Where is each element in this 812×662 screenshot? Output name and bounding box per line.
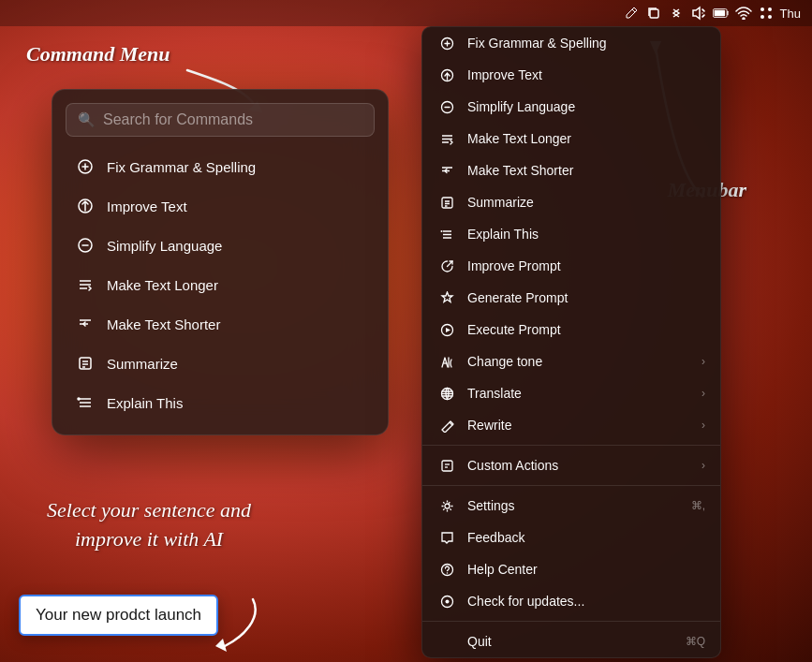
svg-marker-47 [446,328,450,332]
battery-icon [713,5,730,22]
dd-item-label: Improve Prompt [467,258,705,273]
separator [422,445,720,446]
submenu-arrow: › [701,459,705,472]
wifi-icon[interactable] [735,5,752,22]
submenu-arrow: › [701,355,705,368]
search-bar[interactable]: 🔍 [66,103,375,137]
summarize-icon [75,353,96,374]
command-menu-items: Fix Grammar & Spelling Improve Text Simp… [66,148,375,421]
svg-point-56 [446,572,448,574]
mute-icon[interactable] [690,5,707,22]
fix-grammar-icon [75,156,96,177]
dd-feedback-icon [437,528,456,547]
dd-item-label: Fix Grammar & Spelling [467,36,705,51]
cmd-item-label: Summarize [107,356,178,372]
keyboard-shortcut: ⌘Q [686,635,705,648]
dd-item-label: Translate [467,386,690,401]
svg-point-6 [760,7,764,11]
dd-longer[interactable]: Make Text Longer [422,123,720,154]
dd-custom-actions[interactable]: Custom Actions › [422,449,720,481]
dd-improve-text[interactable]: Improve Text [422,59,720,91]
svg-rect-0 [650,9,658,18]
pen-edit-icon[interactable] [623,5,640,22]
dd-quit[interactable]: Quit ⌘Q [422,625,720,657]
separator [422,485,720,486]
dropdown-menu: Fix Grammar & Spelling Improve Text Simp… [421,26,721,658]
dd-item-label: Summarize [467,195,705,210]
dd-item-label: Help Center [467,562,705,577]
dd-item-label: Execute Prompt [467,322,705,337]
svg-line-2 [702,15,704,17]
dd-item-label: Rewrite [467,418,690,433]
submenu-arrow: › [701,387,705,400]
dd-item-label: Make Text Longer [467,131,705,146]
annotation-line2: improve it with AI [47,525,251,554]
dd-simplify[interactable]: Simplify Language [422,91,720,123]
dd-item-label: Custom Actions [467,458,690,473]
copy-icon[interactable] [645,5,662,22]
svg-point-9 [768,15,772,19]
dd-help[interactable]: Help Center [422,553,720,585]
dd-generate-prompt[interactable]: Generate Prompt [422,282,720,314]
svg-point-58 [445,599,449,603]
dd-change-tone[interactable]: Change tone › [422,346,720,377]
cmd-item-label: Make Text Shorter [107,316,220,332]
submenu-arrow: › [701,419,705,432]
dd-translate-icon [437,384,456,403]
bottom-annotation: Select your sentence and improve it with… [47,496,251,554]
svg-point-8 [760,15,764,19]
make-shorter-icon [75,314,96,334]
menubar-time: Thu [780,7,801,21]
cmd-item-explain[interactable]: Explain This [66,384,375,421]
dd-simplify-icon [437,97,456,116]
cmd-item-shorter[interactable]: Make Text Shorter [66,305,375,343]
dd-execute-prompt[interactable]: Execute Prompt [422,314,720,346]
dd-item-label: Change tone [467,354,690,369]
cmd-item-summarize[interactable]: Summarize [66,345,375,382]
cmd-item-label: Fix Grammar & Spelling [107,159,256,175]
dd-item-label: Make Text Shorter [467,163,705,178]
dd-explain-icon [437,225,456,243]
keyboard-shortcut: ⌘, [691,499,705,512]
cmd-item-improve-text[interactable]: Improve Text [66,187,375,225]
dd-translate[interactable]: Translate › [422,377,720,409]
selected-text-box: Your new prodct launch [19,595,218,636]
cmd-item-fix-grammar[interactable]: Fix Grammar & Spelling [66,148,375,185]
dd-quit-icon [437,632,456,651]
control-center-icon[interactable] [758,5,775,22]
dd-shorter[interactable]: Make Text Shorter [422,154,720,186]
cmd-item-simplify[interactable]: Simplify Language [66,227,375,264]
dd-item-label: Improve Text [467,67,705,82]
dd-item-label: Explain This [467,227,705,242]
dd-item-label: Settings [467,498,680,513]
dd-improve-prompt[interactable]: Improve Prompt [422,250,720,282]
improve-text-icon [75,196,96,216]
search-icon: 🔍 [78,111,96,128]
dd-help-icon [437,560,456,579]
dd-item-label: Quit [467,634,674,649]
cmd-item-longer[interactable]: Make Text Longer [66,266,375,303]
dd-tone-icon [437,352,456,371]
dd-rewrite[interactable]: Rewrite › [422,409,720,441]
command-menu-annotation: Command Menu [26,42,170,66]
dd-summarize[interactable]: Summarize [422,186,720,218]
svg-point-54 [445,504,450,508]
dd-generate-icon [437,288,456,307]
dd-custom-icon [437,456,456,475]
dd-feedback[interactable]: Feedback [422,522,720,553]
dd-item-label: Generate Prompt [467,290,705,305]
svg-point-5 [743,18,745,20]
dd-settings[interactable]: Settings ⌘, [422,490,720,522]
dd-update-icon [437,592,456,611]
dd-fix-grammar[interactable]: Fix Grammar & Spelling [422,27,720,59]
dd-shorter-icon [437,161,456,180]
separator [422,621,720,622]
dd-explain[interactable]: Explain This [422,218,720,250]
dd-improve-prompt-icon [437,257,456,275]
dd-fix-grammar-icon [437,34,456,52]
search-input[interactable] [103,111,362,128]
dd-check-updates[interactable]: Check for updates... [422,585,720,617]
svg-point-45 [440,230,442,232]
bluetooth-icon[interactable] [668,5,685,22]
dd-settings-icon [437,496,456,515]
